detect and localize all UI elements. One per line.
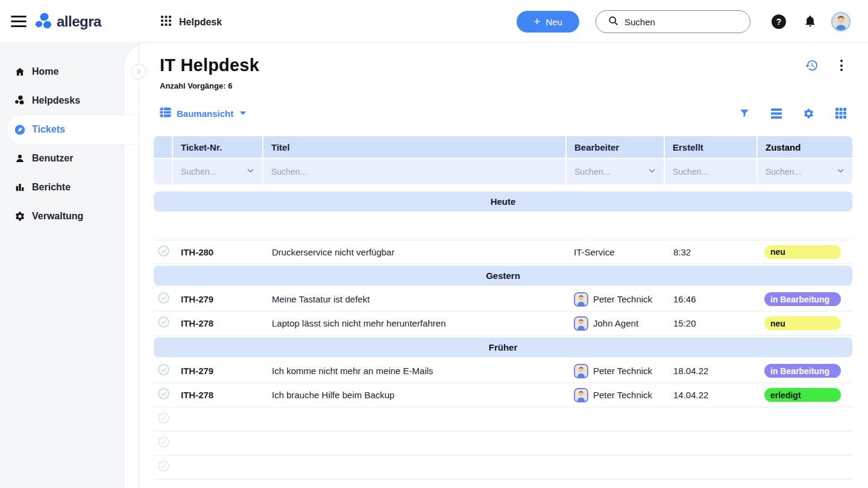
- status-badge: in Bearbeitung: [764, 292, 841, 306]
- topbar: allegra Helpdesk + Neu ?: [0, 0, 868, 42]
- settings-gear-icon[interactable]: [803, 108, 814, 119]
- sidebar-item-home[interactable]: Home: [0, 57, 139, 86]
- check-circle-icon[interactable]: [157, 245, 170, 260]
- group-header-row[interactable]: Gestern: [154, 266, 852, 286]
- check-circle-icon[interactable]: [157, 292, 170, 307]
- hamburger-menu-icon[interactable]: [11, 16, 27, 27]
- filter-input-bearbeiter[interactable]: [574, 167, 645, 177]
- filter-input-ticket-nr[interactable]: [181, 167, 244, 177]
- filter-input-zustand[interactable]: [766, 167, 834, 177]
- header-cell-zustand[interactable]: Zustand: [758, 136, 852, 158]
- header-cell-bearbeiter[interactable]: Bearbeiter: [567, 136, 665, 158]
- view-mode-label: Baumansicht: [177, 108, 233, 119]
- table-row[interactable]: ITH-280Druckerservice nicht verfügbarIT-…: [154, 240, 852, 264]
- assignee-avatar: [574, 316, 588, 331]
- status-badge: neu: [764, 245, 841, 259]
- table-row[interactable]: ITH-278Ich brauche Hilfe beim BackupPete…: [154, 383, 852, 407]
- more-options-kebab-icon[interactable]: [837, 58, 846, 72]
- ticket-compass-icon: [14, 124, 25, 135]
- ticket-number: ITH-279: [173, 359, 263, 383]
- check-circle-icon[interactable]: [157, 363, 170, 378]
- allegra-logo[interactable]: allegra: [34, 12, 101, 31]
- history-icon[interactable]: [805, 58, 819, 72]
- helpdesks-icon: [14, 95, 25, 106]
- chevron-down-icon[interactable]: [836, 166, 845, 178]
- view-mode-dropdown[interactable]: Baumansicht: [160, 107, 246, 120]
- header-cell-erstellt[interactable]: Erstellt: [665, 136, 758, 158]
- filter-cell-titel[interactable]: [263, 159, 567, 184]
- ticket-title: Meine Tastatur ist defekt: [263, 287, 567, 311]
- group-header-row[interactable]: Früher: [154, 337, 852, 357]
- global-search[interactable]: [596, 10, 750, 33]
- created-time: 14.04.22: [665, 383, 758, 407]
- assignee-cell: Peter Technick: [567, 287, 665, 311]
- sidebar: Home Helpdesks Tickets Benutzer: [0, 42, 139, 488]
- created-time: 18.04.22: [665, 359, 758, 383]
- empty-row: [154, 455, 852, 480]
- table-row[interactable]: ITH-278Laptop lässt sich nicht mehr heru…: [154, 311, 852, 336]
- sidebar-collapse-button[interactable]: [131, 64, 146, 80]
- ticket-number: ITH-278: [173, 311, 263, 335]
- check-circle-icon: [157, 460, 170, 475]
- ticket-title: Laptop lässt sich nicht mehr herunterfah…: [263, 311, 567, 335]
- filter-cell-select: [154, 159, 173, 184]
- empty-row: [154, 431, 852, 455]
- filter-cell-zustand[interactable]: [758, 159, 852, 184]
- user-avatar[interactable]: [831, 12, 851, 31]
- header-cell-select: [154, 136, 173, 158]
- search-input[interactable]: [624, 17, 727, 27]
- status-badge: in Bearbeitung: [764, 364, 841, 378]
- bar-chart-icon: [14, 182, 25, 193]
- tree-view-icon: [160, 107, 171, 120]
- notifications-bell-icon[interactable]: [804, 14, 817, 28]
- status-badge: neu: [764, 316, 841, 330]
- table-row[interactable]: ITH-279Ich komme nicht mehr an meine E-M…: [154, 359, 852, 383]
- filter-cell-erstellt[interactable]: [665, 159, 758, 184]
- assignee-name: IT-Service: [574, 247, 615, 257]
- ticket-number: ITH-279: [173, 287, 263, 311]
- app-title: Helpdesk: [179, 17, 222, 28]
- apps-grid-icon[interactable]: [161, 16, 171, 28]
- empty-row: [154, 407, 852, 431]
- created-time: 8:32: [665, 240, 758, 263]
- ticket-title: Ich brauche Hilfe beim Backup: [263, 383, 567, 407]
- plus-icon: +: [533, 16, 540, 27]
- table-filter-row: [154, 159, 852, 184]
- filter-cell-bearbeiter[interactable]: [567, 159, 665, 184]
- ticket-title: Druckerservice nicht verfügbar: [263, 240, 567, 263]
- check-circle-icon: [157, 411, 170, 427]
- chevron-down-icon[interactable]: [246, 166, 255, 178]
- assignee-name: Peter Technick: [593, 390, 652, 400]
- help-icon[interactable]: ?: [772, 14, 786, 29]
- assignee-avatar: [574, 364, 588, 378]
- assignee-avatar: [574, 388, 588, 402]
- assignee-cell: John Agent: [567, 311, 665, 335]
- table-row[interactable]: ITH-279Meine Tastatur ist defektPeter Te…: [154, 287, 852, 311]
- filter-cell-ticket-nr[interactable]: [173, 159, 263, 184]
- new-button[interactable]: + Neu: [517, 11, 579, 33]
- check-circle-icon[interactable]: [157, 316, 170, 331]
- page-title: IT Helpdesk: [160, 55, 868, 75]
- header-cell-titel[interactable]: Titel: [263, 136, 567, 158]
- group-header-row[interactable]: Heute: [154, 192, 852, 211]
- assignee-cell: Peter Technick: [567, 359, 665, 383]
- filter-input-erstellt[interactable]: [673, 167, 749, 177]
- group-rows-icon[interactable]: [771, 108, 782, 119]
- chevron-down-icon[interactable]: [647, 166, 656, 178]
- spacer-row: [154, 213, 852, 240]
- table-body: HeuteITH-280Druckerservice nicht verfügb…: [154, 192, 852, 480]
- sidebar-item-verwaltung[interactable]: Verwaltung: [0, 202, 139, 231]
- ticket-number: ITH-280: [173, 240, 263, 263]
- sidebar-item-benutzer[interactable]: Benutzer: [0, 144, 139, 173]
- filter-icon[interactable]: [739, 108, 750, 119]
- check-circle-icon[interactable]: [157, 387, 170, 402]
- header-cell-ticket-nr[interactable]: Ticket-Nr.: [173, 136, 263, 158]
- assignee-cell: Peter Technick: [567, 383, 665, 407]
- sidebar-item-tickets[interactable]: Tickets: [7, 115, 139, 144]
- sidebar-item-berichte[interactable]: Berichte: [0, 173, 139, 202]
- logo-text: allegra: [57, 13, 101, 30]
- grid-view-icon[interactable]: [835, 108, 846, 119]
- filter-input-titel[interactable]: [271, 167, 558, 177]
- assignee-name: John Agent: [593, 318, 638, 328]
- sidebar-item-helpdesks[interactable]: Helpdesks: [0, 86, 139, 115]
